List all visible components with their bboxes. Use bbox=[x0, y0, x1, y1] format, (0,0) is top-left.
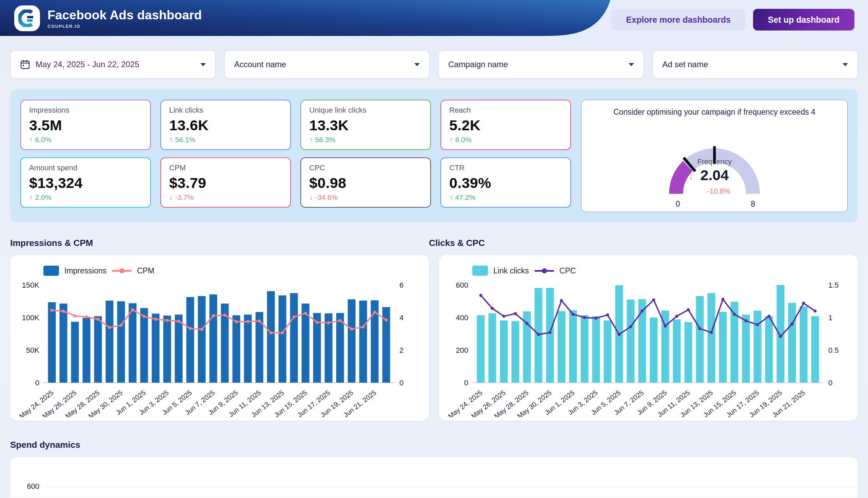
point-Jun 12, 2025 bbox=[269, 331, 272, 335]
bar-Jun 2, 2025 bbox=[152, 313, 160, 383]
up-arrow-icon: ↑ bbox=[449, 136, 453, 144]
point-Jun 5, 2025 bbox=[618, 333, 621, 336]
bar-May 24, 2025 bbox=[477, 315, 485, 383]
chevron-down-icon bbox=[414, 63, 420, 66]
up-arrow-icon: ↑ bbox=[29, 193, 33, 201]
point-Jun 6, 2025 bbox=[629, 325, 632, 328]
app-header: Facebook Ads dashboard COUPLER.IO Explor… bbox=[0, 0, 868, 40]
bar-Jun 10, 2025 bbox=[673, 319, 681, 383]
point-May 27, 2025 bbox=[85, 315, 88, 318]
coupler-logo bbox=[14, 5, 40, 31]
kpi-value: $0.98 bbox=[309, 175, 422, 191]
point-May 24, 2025 bbox=[479, 294, 482, 297]
kpi-delta: ↓-34.6% bbox=[309, 193, 422, 201]
campaign-name-filter[interactable]: Campaign name bbox=[438, 50, 644, 79]
svg-text:100K: 100K bbox=[22, 313, 40, 322]
point-May 25, 2025 bbox=[491, 307, 494, 310]
section-title-impressions-cpm: Impressions & CPM bbox=[10, 238, 429, 248]
point-Jun 22, 2025 bbox=[814, 310, 817, 312]
clicks-cpc-legend: Link clicks CPC bbox=[446, 264, 851, 277]
svg-text:150K: 150K bbox=[22, 281, 40, 289]
coupler-logo-icon bbox=[18, 10, 36, 27]
kpi-delta: ↑56.1% bbox=[169, 136, 282, 144]
point-May 26, 2025 bbox=[74, 314, 77, 317]
kpi-label: Link clicks bbox=[169, 106, 282, 115]
bar-Jun 18, 2025 bbox=[765, 316, 773, 383]
point-Jun 16, 2025 bbox=[745, 319, 748, 322]
point-May 25, 2025 bbox=[62, 310, 65, 313]
bar-Jun 22, 2025 bbox=[811, 316, 819, 383]
bar-Jun 13, 2025 bbox=[279, 296, 286, 383]
kpi-label: Unique link clicks bbox=[309, 106, 422, 115]
svg-text:2: 2 bbox=[399, 346, 403, 354]
svg-text:200: 200 bbox=[456, 346, 468, 354]
bar-Jun 17, 2025 bbox=[754, 311, 762, 383]
point-May 29, 2025 bbox=[108, 326, 111, 329]
clicks-cpc-chart-card: Link clicks CPC 020040060000.511.5May 24… bbox=[439, 255, 858, 421]
account-name-filter[interactable]: Account name bbox=[225, 50, 430, 79]
point-Jun 21, 2025 bbox=[373, 311, 376, 314]
filter-bar: May 24, 2025 - Jun 22, 2025 Account name… bbox=[10, 50, 858, 79]
kpi-value: $3.79 bbox=[169, 175, 282, 191]
kpi-card-impressions: Impressions3.5M↑6.0% bbox=[21, 100, 151, 150]
kpi-card-amount-spend: Amount spend$13,324↑2.0% bbox=[21, 157, 151, 208]
kpi-panel: Impressions3.5M↑6.0%Link clicks13.6K↑56.… bbox=[10, 90, 858, 222]
brand: Facebook Ads dashboard COUPLER.IO bbox=[14, 5, 202, 31]
impressions-cpm-chart-card: Impressions CPM 050K100K150K0246May 24, … bbox=[10, 255, 429, 421]
kpi-card-reach: Reach5.2K↑8.0% bbox=[440, 100, 571, 150]
bar-Jun 16, 2025 bbox=[742, 314, 750, 383]
explore-more-dashboards-button[interactable]: Explore more dashboards bbox=[611, 9, 745, 30]
account-name-value: Account name bbox=[234, 60, 286, 69]
kpi-card-unique-link-clicks: Unique link clicks13.3K↑56.3% bbox=[301, 100, 431, 150]
set-up-dashboard-button[interactable]: Set up dashboard bbox=[753, 9, 854, 30]
point-May 28, 2025 bbox=[97, 317, 100, 320]
bar-May 27, 2025 bbox=[83, 318, 91, 383]
kpi-card-cpc: CPC$0.98↓-34.6% bbox=[301, 157, 431, 208]
svg-text:8: 8 bbox=[751, 199, 755, 208]
point-Jun 7, 2025 bbox=[212, 314, 215, 317]
svg-text:1.5: 1.5 bbox=[828, 281, 839, 289]
kpi-label: CTR bbox=[449, 163, 562, 172]
bar-Jun 4, 2025 bbox=[604, 320, 612, 383]
kpi-card-link-clicks: Link clicks13.6K↑56.1% bbox=[160, 100, 291, 150]
point-Jun 15, 2025 bbox=[304, 312, 307, 315]
bar-Jun 21, 2025 bbox=[800, 306, 807, 383]
svg-text:1: 1 bbox=[828, 313, 832, 322]
svg-text:4: 4 bbox=[399, 313, 403, 322]
point-Jun 1, 2025 bbox=[143, 315, 146, 318]
spend-axis-tick: 600 bbox=[27, 482, 39, 490]
chevron-down-icon bbox=[629, 63, 634, 66]
spend-dynamics-chart: 600 bbox=[17, 466, 863, 496]
campaign-name-value: Campaign name bbox=[448, 60, 508, 69]
bar-Jun 19, 2025 bbox=[348, 299, 356, 383]
point-Jun 14, 2025 bbox=[722, 298, 724, 301]
bar-Jun 6, 2025 bbox=[198, 296, 206, 383]
kpi-grid: Impressions3.5M↑6.0%Link clicks13.6K↑56.… bbox=[21, 100, 571, 212]
point-Jun 19, 2025 bbox=[350, 328, 353, 331]
date-range-filter[interactable]: May 24, 2025 - Jun 22, 2025 bbox=[10, 50, 216, 79]
kpi-value: 5.2K bbox=[449, 117, 562, 134]
point-Jun 9, 2025 bbox=[664, 324, 667, 327]
bar-May 30, 2025 bbox=[546, 288, 554, 383]
cpc-legend-label: CPC bbox=[559, 266, 576, 275]
ad-set-name-filter[interactable]: Ad set name bbox=[653, 50, 858, 79]
bar-Jun 9, 2025 bbox=[232, 315, 240, 383]
kpi-delta: ↑2.0% bbox=[29, 193, 142, 201]
ad-set-name-value: Ad set name bbox=[663, 60, 708, 69]
point-May 30, 2025 bbox=[549, 331, 552, 334]
kpi-label: Reach bbox=[449, 106, 562, 115]
svg-text:50K: 50K bbox=[26, 346, 39, 354]
kpi-value: 13.6K bbox=[169, 117, 282, 134]
bar-Jun 11, 2025 bbox=[256, 312, 264, 383]
point-Jun 12, 2025 bbox=[698, 327, 702, 330]
point-Jun 3, 2025 bbox=[166, 319, 169, 322]
up-arrow-icon: ↑ bbox=[169, 136, 173, 144]
date-range-value: May 24, 2025 - Jun 22, 2025 bbox=[36, 60, 139, 69]
svg-text:-10.8%: -10.8% bbox=[707, 187, 730, 195]
bar-Jun 12, 2025 bbox=[267, 291, 275, 383]
svg-text:0.5: 0.5 bbox=[828, 346, 839, 354]
svg-text:Frequency: Frequency bbox=[697, 158, 731, 166]
point-Jun 10, 2025 bbox=[246, 320, 250, 323]
svg-text:2.04: 2.04 bbox=[700, 167, 729, 183]
bar-Jun 13, 2025 bbox=[708, 293, 716, 383]
